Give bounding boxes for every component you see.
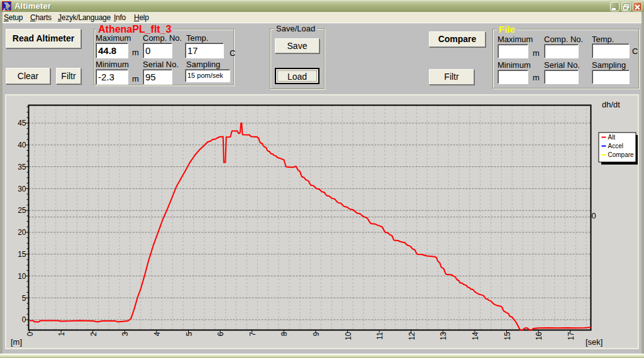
svg-text:[sek]: [sek]: [586, 337, 602, 347]
svg-text:5: 5: [22, 294, 26, 303]
svg-text:9: 9: [312, 332, 321, 336]
svg-text:5: 5: [185, 332, 194, 336]
svg-text:15: 15: [18, 250, 26, 259]
svg-text:6: 6: [216, 332, 225, 336]
svg-text:1: 1: [57, 332, 66, 336]
svg-text:10: 10: [18, 272, 26, 281]
svg-text:2: 2: [89, 332, 98, 336]
svg-text:Compare: Compare: [608, 151, 635, 158]
svg-text:dh/dt: dh/dt: [602, 100, 620, 109]
svg-text:3: 3: [121, 332, 130, 336]
svg-text:Alt: Alt: [608, 134, 616, 141]
svg-text:14: 14: [471, 332, 480, 340]
svg-text:45: 45: [18, 119, 26, 127]
svg-text:4: 4: [153, 332, 162, 336]
svg-text:20: 20: [18, 228, 26, 237]
svg-text:35: 35: [18, 163, 26, 171]
svg-text:10: 10: [344, 332, 353, 340]
svg-text:7: 7: [248, 332, 257, 336]
svg-text:0: 0: [592, 211, 596, 220]
svg-text:0: 0: [26, 332, 35, 336]
svg-text:15: 15: [503, 332, 512, 340]
svg-text:17: 17: [567, 332, 575, 340]
svg-text:8: 8: [280, 332, 289, 336]
svg-text:0: 0: [22, 315, 26, 324]
svg-text:16: 16: [535, 332, 543, 340]
svg-text:13: 13: [439, 332, 448, 340]
svg-text:25: 25: [18, 206, 26, 215]
svg-text:30: 30: [18, 185, 26, 193]
svg-text:Accel: Accel: [608, 143, 623, 149]
svg-text:11: 11: [375, 332, 384, 340]
svg-text:40: 40: [18, 141, 26, 149]
svg-text:12: 12: [408, 332, 416, 340]
svg-text:A: A: [3, 8, 6, 12]
svg-text:[m]: [m]: [11, 337, 22, 347]
